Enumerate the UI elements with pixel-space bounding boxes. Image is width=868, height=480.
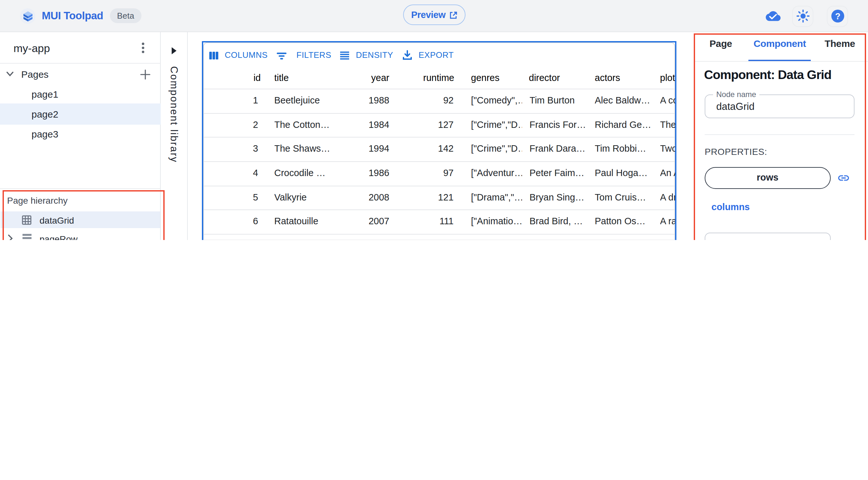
svg-text:?: ? [835,11,840,21]
